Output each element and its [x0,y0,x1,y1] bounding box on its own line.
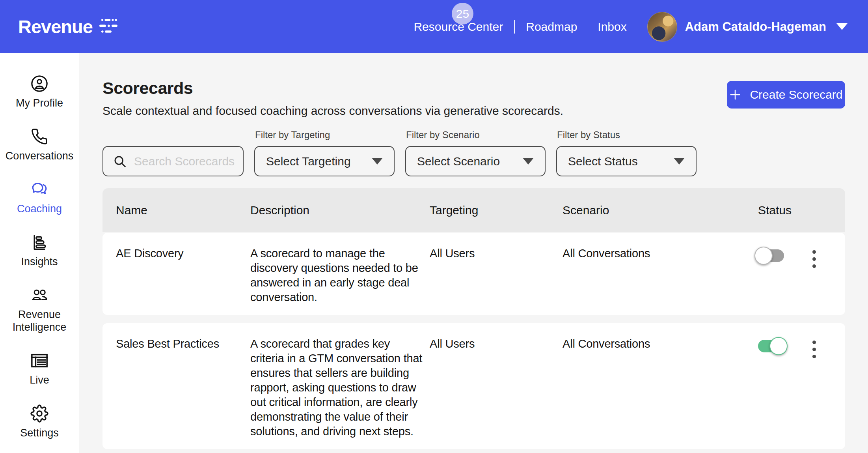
main-content: Scorecards Scale contextual and focused … [79,53,868,453]
cell-name: Sales Best Practices [116,337,250,351]
phone-icon [30,127,48,146]
user-circle-icon [30,75,48,93]
sidebar-item-label: My Profile [2,97,77,109]
row-menu-kebab-icon[interactable] [808,248,820,270]
nav-separator [514,20,515,34]
sidebar-item-insights[interactable]: Insights [2,233,77,268]
nav-inbox[interactable]: Inbox [598,20,626,34]
cell-status [758,337,841,361]
sidebar-item-coaching[interactable]: Coaching [2,180,77,215]
status-toggle[interactable] [758,340,784,352]
top-header: Revenue 25 Resource Center Roadmap Inbox… [0,0,868,53]
nav-roadmap[interactable]: Roadmap [526,20,577,34]
search-scorecards-box [102,146,244,176]
sidebar-item-revenue-intelligence[interactable]: Revenue Intelligence [2,286,77,333]
cell-name: AE Discovery [116,246,250,261]
cell-status [758,246,841,270]
targeting-select-value: Select Targeting [266,155,351,168]
sidebar-item-label: Insights [2,255,77,268]
page-subtitle: Scale contextual and focused coaching ac… [102,104,563,118]
sidebar-item-conversations[interactable]: Conversations [2,127,77,162]
sidebar-item-settings[interactable]: Settings [2,404,77,439]
app-root: Revenue 25 Resource Center Roadmap Inbox… [0,0,868,453]
logo-text: Revenue [18,16,93,37]
filter-status-label: Filter by Status [557,129,697,140]
filter-scenario-group: Filter by Scenario Select Scenario [405,129,546,176]
sidebar-item-label: Conversations [2,150,77,162]
column-header-description: Description [250,204,430,217]
user-name: Adam Cataldo-Hageman [685,20,826,34]
search-input[interactable] [127,155,237,168]
cell-scenario: All Conversations [563,246,758,261]
nav-resource-center[interactable]: Resource Center [414,20,503,34]
filter-targeting-group: Filter by Targeting Select Targeting [254,129,395,176]
search-icon [113,154,127,168]
sidebar-item-label: Live [2,374,77,386]
targeting-select[interactable]: Select Targeting [254,146,395,176]
gear-icon [30,404,48,423]
status-select-value: Select Status [568,155,638,168]
cell-description: A scorecard to manage the discovery ques… [250,246,430,305]
user-menu-caret-down-icon[interactable] [836,23,848,30]
filter-scenario-label: Filter by Scenario [406,129,546,140]
sidebar-item-label: Revenue Intelligence [2,308,77,333]
leaderboard-bars-icon [30,233,48,251]
user-avatar[interactable] [647,12,677,42]
app-logo[interactable]: Revenue [18,0,119,53]
table-row: AE Discovery A scorecard to manage the d… [102,233,845,315]
status-toggle[interactable] [758,249,784,262]
toggle-knob [754,247,773,265]
sidebar-nav: My Profile Conversations Coaching [0,53,79,453]
create-scorecard-label: Create Scorecard [750,88,842,101]
chat-bubbles-icon [30,180,48,198]
sidebar-item-label: Settings [2,427,77,439]
row-menu-kebab-icon[interactable] [808,338,820,361]
scorecards-table: Name Description Targeting Scenario Stat… [102,188,845,449]
scenario-select-value: Select Scenario [417,155,500,168]
page-title: Scorecards [102,79,563,98]
caret-down-icon [372,158,383,165]
status-select[interactable]: Select Status [556,146,697,176]
sidebar-item-my-profile[interactable]: My Profile [2,75,77,109]
filter-status-group: Filter by Status Select Status [556,129,697,176]
column-header-targeting: Targeting [430,204,563,217]
sidebar-item-live[interactable]: Live [2,352,77,386]
column-header-scenario: Scenario [563,204,758,217]
cell-scenario: All Conversations [563,337,758,351]
cell-targeting: All Users [430,246,563,261]
dashboard-screen-icon [30,352,48,370]
filter-targeting-label: Filter by Targeting [255,129,395,140]
two-people-icon [30,286,48,304]
column-header-status: Status [758,204,841,217]
page-head-text: Scorecards Scale contextual and focused … [102,79,563,118]
sidebar-item-label: Coaching [2,202,77,215]
create-scorecard-button[interactable]: Create Scorecard [727,81,845,109]
column-header-name: Name [116,204,250,217]
scenario-select[interactable]: Select Scenario [405,146,546,176]
table-row: Sales Best Practices A scorecard that gr… [102,323,845,449]
caret-down-icon [674,158,685,165]
cell-description: A scorecard that grades key criteria in … [250,337,430,439]
caret-down-icon [523,158,534,165]
cell-targeting: All Users [430,337,563,351]
header-nav: Resource Center Roadmap Inbox Adam Catal… [414,0,848,53]
table-header-row: Name Description Targeting Scenario Stat… [102,188,845,232]
plus-icon [729,89,741,101]
logo-signal-icon [98,18,119,36]
toggle-knob [769,337,788,355]
